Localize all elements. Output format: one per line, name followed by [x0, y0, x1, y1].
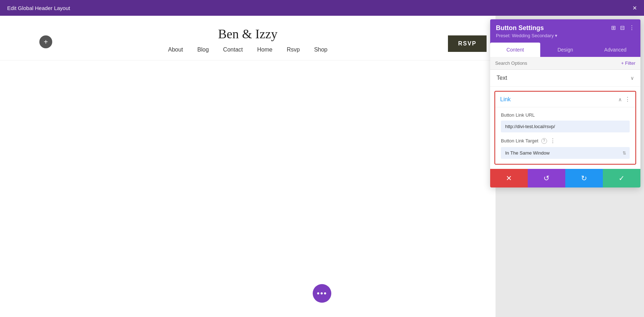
panel-title: Button Settings [496, 24, 557, 32]
link-body: Button Link URL Button Link Target ? ⋮ I… [495, 107, 635, 164]
site-title: Ben & Izzy [218, 26, 278, 42]
save-button[interactable]: ✓ [603, 169, 640, 187]
target-select[interactable]: In The Same Window In The New Tab [501, 147, 630, 159]
text-section-header[interactable]: Text ∨ [490, 70, 640, 87]
tab-content[interactable]: Content [490, 43, 540, 57]
text-section-label: Text [497, 75, 507, 81]
link-header-icons: ∧ ⋮ [618, 96, 630, 103]
panel-tabs: Content Design Advanced [490, 43, 640, 57]
nav-contact[interactable]: Contact [223, 47, 243, 53]
search-bar: + Filter [490, 57, 640, 70]
close-button[interactable]: × [633, 4, 637, 11]
help-icon[interactable]: ? [541, 138, 547, 144]
tab-advanced[interactable]: Advanced [590, 43, 640, 57]
top-bar: Edit Global Header Layout × [0, 0, 644, 16]
panel-preset[interactable]: Preset: Wedding Secondary ▾ [496, 33, 557, 38]
panel-footer: ✕ ↺ ↻ ✓ [490, 169, 640, 187]
target-more-icon[interactable]: ⋮ [550, 137, 556, 144]
rsvp-preview-button[interactable]: RSVP [448, 35, 487, 52]
nav-shop[interactable]: Shop [314, 47, 327, 53]
url-label: Button Link URL [501, 112, 630, 118]
target-label-row: Button Link Target ? ⋮ [501, 137, 630, 144]
dots-button[interactable]: ••• [313, 284, 331, 303]
redo-button[interactable]: ↻ [565, 169, 603, 187]
settings-panel: Button Settings Preset: Wedding Secondar… [490, 19, 640, 187]
link-more-icon[interactable]: ⋮ [625, 96, 630, 103]
filter-button[interactable]: + Filter [621, 60, 635, 66]
link-chevron-up-icon[interactable]: ∧ [618, 97, 622, 102]
text-chevron-icon: ∨ [630, 75, 634, 81]
target-label: Button Link Target [501, 138, 538, 143]
panel-header-right: ⊞ ⊟ ⋮ [611, 24, 635, 31]
add-button[interactable]: + [39, 35, 52, 48]
search-input[interactable] [495, 60, 618, 66]
tab-design[interactable]: Design [540, 43, 590, 57]
link-section-title: Link [500, 96, 511, 103]
site-nav: About Blog Contact Home Rsvp Shop [168, 47, 328, 53]
more-icon[interactable]: ⋮ [629, 24, 635, 31]
canvas: Ben & Izzy About Blog Contact Home Rsvp … [0, 16, 644, 317]
target-select-wrapper: In The Same Window In The New Tab ⇅ [501, 147, 630, 159]
nav-home[interactable]: Home [257, 47, 273, 53]
window-title: Edit Global Header Layout [7, 5, 70, 11]
columns-icon[interactable]: ⊟ [620, 24, 625, 31]
panel-header-left: Button Settings Preset: Wedding Secondar… [496, 24, 557, 38]
nav-about[interactable]: About [168, 47, 183, 53]
preview-area: Ben & Izzy About Blog Contact Home Rsvp … [0, 16, 496, 317]
nav-blog[interactable]: Blog [197, 47, 209, 53]
link-section-header: Link ∧ ⋮ [495, 92, 635, 107]
link-section: Link ∧ ⋮ Button Link URL Button Link Tar… [494, 91, 636, 165]
panel-body: Text ∨ Link ∧ ⋮ Button Link URL [490, 70, 640, 169]
nav-rsvp[interactable]: Rsvp [287, 47, 299, 53]
panel-header: Button Settings Preset: Wedding Secondar… [490, 19, 640, 43]
cancel-button[interactable]: ✕ [490, 169, 528, 187]
reset-button[interactable]: ↺ [528, 169, 565, 187]
site-header: Ben & Izzy About Blog Contact Home Rsvp … [0, 16, 496, 60]
url-input[interactable] [501, 121, 630, 132]
expand-icon[interactable]: ⊞ [611, 24, 616, 31]
